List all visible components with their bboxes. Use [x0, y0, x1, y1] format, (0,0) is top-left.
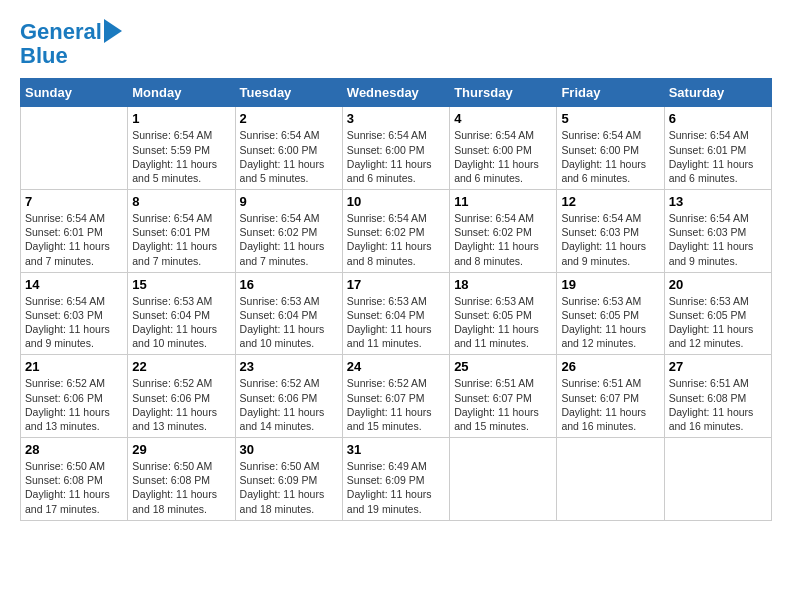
header-thursday: Thursday: [450, 79, 557, 107]
day-info: Sunrise: 6:54 AMSunset: 6:03 PMDaylight:…: [669, 211, 767, 268]
calendar-cell: 6Sunrise: 6:54 AMSunset: 6:01 PMDaylight…: [664, 107, 771, 190]
day-number: 13: [669, 194, 767, 209]
day-number: 29: [132, 442, 230, 457]
calendar-cell: [450, 438, 557, 521]
calendar-cell: 19Sunrise: 6:53 AMSunset: 6:05 PMDayligh…: [557, 272, 664, 355]
calendar-cell: 5Sunrise: 6:54 AMSunset: 6:00 PMDaylight…: [557, 107, 664, 190]
day-info: Sunrise: 6:52 AMSunset: 6:06 PMDaylight:…: [240, 376, 338, 433]
day-info: Sunrise: 6:54 AMSunset: 6:01 PMDaylight:…: [25, 211, 123, 268]
day-number: 26: [561, 359, 659, 374]
day-number: 15: [132, 277, 230, 292]
calendar-cell: 24Sunrise: 6:52 AMSunset: 6:07 PMDayligh…: [342, 355, 449, 438]
day-info: Sunrise: 6:53 AMSunset: 6:04 PMDaylight:…: [132, 294, 230, 351]
day-number: 7: [25, 194, 123, 209]
calendar-cell: 8Sunrise: 6:54 AMSunset: 6:01 PMDaylight…: [128, 190, 235, 273]
day-info: Sunrise: 6:53 AMSunset: 6:05 PMDaylight:…: [454, 294, 552, 351]
calendar-cell: 7Sunrise: 6:54 AMSunset: 6:01 PMDaylight…: [21, 190, 128, 273]
day-number: 23: [240, 359, 338, 374]
header-saturday: Saturday: [664, 79, 771, 107]
header-tuesday: Tuesday: [235, 79, 342, 107]
calendar-cell: 2Sunrise: 6:54 AMSunset: 6:00 PMDaylight…: [235, 107, 342, 190]
calendar-cell: 9Sunrise: 6:54 AMSunset: 6:02 PMDaylight…: [235, 190, 342, 273]
day-info: Sunrise: 6:50 AMSunset: 6:08 PMDaylight:…: [25, 459, 123, 516]
calendar-cell: 13Sunrise: 6:54 AMSunset: 6:03 PMDayligh…: [664, 190, 771, 273]
day-info: Sunrise: 6:54 AMSunset: 6:01 PMDaylight:…: [132, 211, 230, 268]
day-number: 8: [132, 194, 230, 209]
day-number: 12: [561, 194, 659, 209]
day-info: Sunrise: 6:54 AMSunset: 6:00 PMDaylight:…: [240, 128, 338, 185]
day-number: 24: [347, 359, 445, 374]
day-number: 18: [454, 277, 552, 292]
week-row-3: 14Sunrise: 6:54 AMSunset: 6:03 PMDayligh…: [21, 272, 772, 355]
day-info: Sunrise: 6:52 AMSunset: 6:07 PMDaylight:…: [347, 376, 445, 433]
day-number: 10: [347, 194, 445, 209]
calendar-cell: 17Sunrise: 6:53 AMSunset: 6:04 PMDayligh…: [342, 272, 449, 355]
week-row-5: 28Sunrise: 6:50 AMSunset: 6:08 PMDayligh…: [21, 438, 772, 521]
day-number: 11: [454, 194, 552, 209]
calendar-cell: 20Sunrise: 6:53 AMSunset: 6:05 PMDayligh…: [664, 272, 771, 355]
day-number: 22: [132, 359, 230, 374]
day-info: Sunrise: 6:50 AMSunset: 6:09 PMDaylight:…: [240, 459, 338, 516]
calendar-cell: 27Sunrise: 6:51 AMSunset: 6:08 PMDayligh…: [664, 355, 771, 438]
logo: General Blue: [20, 20, 122, 68]
header-sunday: Sunday: [21, 79, 128, 107]
calendar-cell: [664, 438, 771, 521]
calendar-cell: 10Sunrise: 6:54 AMSunset: 6:02 PMDayligh…: [342, 190, 449, 273]
day-info: Sunrise: 6:52 AMSunset: 6:06 PMDaylight:…: [25, 376, 123, 433]
day-info: Sunrise: 6:53 AMSunset: 6:04 PMDaylight:…: [240, 294, 338, 351]
calendar-cell: 21Sunrise: 6:52 AMSunset: 6:06 PMDayligh…: [21, 355, 128, 438]
day-number: 27: [669, 359, 767, 374]
calendar-cell: [557, 438, 664, 521]
calendar-cell: 23Sunrise: 6:52 AMSunset: 6:06 PMDayligh…: [235, 355, 342, 438]
day-number: 31: [347, 442, 445, 457]
calendar-cell: 11Sunrise: 6:54 AMSunset: 6:02 PMDayligh…: [450, 190, 557, 273]
calendar-cell: [21, 107, 128, 190]
day-info: Sunrise: 6:54 AMSunset: 6:02 PMDaylight:…: [454, 211, 552, 268]
day-info: Sunrise: 6:53 AMSunset: 6:05 PMDaylight:…: [561, 294, 659, 351]
calendar-cell: 25Sunrise: 6:51 AMSunset: 6:07 PMDayligh…: [450, 355, 557, 438]
day-number: 1: [132, 111, 230, 126]
calendar-cell: 4Sunrise: 6:54 AMSunset: 6:00 PMDaylight…: [450, 107, 557, 190]
calendar-header-row: SundayMondayTuesdayWednesdayThursdayFrid…: [21, 79, 772, 107]
day-info: Sunrise: 6:54 AMSunset: 6:02 PMDaylight:…: [347, 211, 445, 268]
day-number: 19: [561, 277, 659, 292]
day-number: 16: [240, 277, 338, 292]
day-info: Sunrise: 6:54 AMSunset: 6:03 PMDaylight:…: [561, 211, 659, 268]
day-number: 14: [25, 277, 123, 292]
day-info: Sunrise: 6:54 AMSunset: 6:00 PMDaylight:…: [454, 128, 552, 185]
day-number: 6: [669, 111, 767, 126]
day-number: 4: [454, 111, 552, 126]
day-number: 30: [240, 442, 338, 457]
day-number: 2: [240, 111, 338, 126]
calendar-cell: 30Sunrise: 6:50 AMSunset: 6:09 PMDayligh…: [235, 438, 342, 521]
day-info: Sunrise: 6:54 AMSunset: 6:03 PMDaylight:…: [25, 294, 123, 351]
calendar-cell: 29Sunrise: 6:50 AMSunset: 6:08 PMDayligh…: [128, 438, 235, 521]
calendar-cell: 28Sunrise: 6:50 AMSunset: 6:08 PMDayligh…: [21, 438, 128, 521]
day-info: Sunrise: 6:54 AMSunset: 6:01 PMDaylight:…: [669, 128, 767, 185]
logo-general: General: [20, 19, 102, 44]
day-info: Sunrise: 6:54 AMSunset: 6:00 PMDaylight:…: [561, 128, 659, 185]
day-info: Sunrise: 6:53 AMSunset: 6:04 PMDaylight:…: [347, 294, 445, 351]
day-number: 17: [347, 277, 445, 292]
calendar-cell: 15Sunrise: 6:53 AMSunset: 6:04 PMDayligh…: [128, 272, 235, 355]
day-info: Sunrise: 6:54 AMSunset: 6:00 PMDaylight:…: [347, 128, 445, 185]
week-row-4: 21Sunrise: 6:52 AMSunset: 6:06 PMDayligh…: [21, 355, 772, 438]
calendar-cell: 22Sunrise: 6:52 AMSunset: 6:06 PMDayligh…: [128, 355, 235, 438]
header-friday: Friday: [557, 79, 664, 107]
day-info: Sunrise: 6:51 AMSunset: 6:07 PMDaylight:…: [454, 376, 552, 433]
day-number: 9: [240, 194, 338, 209]
day-info: Sunrise: 6:53 AMSunset: 6:05 PMDaylight:…: [669, 294, 767, 351]
header-monday: Monday: [128, 79, 235, 107]
day-info: Sunrise: 6:52 AMSunset: 6:06 PMDaylight:…: [132, 376, 230, 433]
day-number: 21: [25, 359, 123, 374]
day-info: Sunrise: 6:54 AMSunset: 6:02 PMDaylight:…: [240, 211, 338, 268]
calendar-cell: 26Sunrise: 6:51 AMSunset: 6:07 PMDayligh…: [557, 355, 664, 438]
week-row-1: 1Sunrise: 6:54 AMSunset: 5:59 PMDaylight…: [21, 107, 772, 190]
day-number: 20: [669, 277, 767, 292]
day-number: 3: [347, 111, 445, 126]
header-wednesday: Wednesday: [342, 79, 449, 107]
calendar-cell: 18Sunrise: 6:53 AMSunset: 6:05 PMDayligh…: [450, 272, 557, 355]
logo-arrow-icon: [104, 19, 122, 43]
page-header: General Blue: [20, 20, 772, 68]
day-info: Sunrise: 6:49 AMSunset: 6:09 PMDaylight:…: [347, 459, 445, 516]
